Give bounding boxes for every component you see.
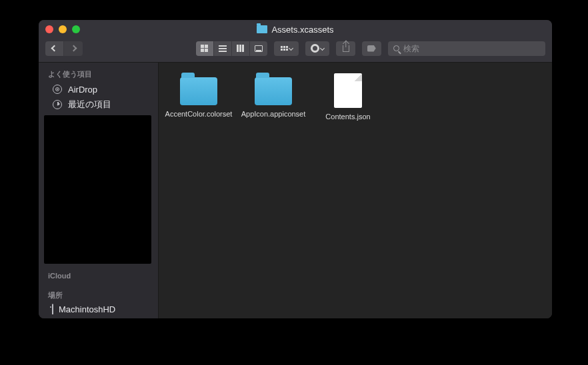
finder-window: Assets.xcassets [39,20,552,318]
view-columns-button[interactable] [232,41,250,56]
close-button[interactable] [45,25,53,33]
share-icon [343,45,349,52]
back-button[interactable] [45,41,64,56]
minimize-button[interactable] [59,25,67,33]
action-menu-button[interactable] [305,41,329,56]
sidebar-item-label: 最近の項目 [68,99,111,111]
folder-icon [257,25,267,33]
group-by-button[interactable] [274,41,298,56]
sidebar-item-label: AirDrop [68,85,97,95]
list-icon [219,45,227,52]
group-icon [281,46,288,51]
view-mode-group [196,41,267,56]
sidebar-item-disk[interactable]: MachintoshHD [39,303,158,314]
window-title-text: Assets.xcassets [271,25,333,35]
gallery-icon [255,45,263,52]
search-icon [393,45,399,51]
chevron-down-icon [320,46,325,51]
tag-icon [367,45,376,52]
file-item[interactable]: AppIcon.appiconset [239,72,308,119]
titlebar[interactable]: Assets.xcassets [39,20,552,39]
sidebar-item-airdrop[interactable]: AirDrop [39,82,158,97]
gear-icon [311,44,319,53]
traffic-lights [45,25,80,33]
document-icon [334,73,362,108]
chevron-right-icon [70,45,77,52]
columns-icon [237,45,244,52]
sidebar: よく使う項目 AirDrop 最近の項目 iCloud 場所 Machintos… [39,63,159,318]
airdrop-icon [52,84,63,95]
tags-button[interactable] [362,41,381,56]
chevron-left-icon [51,45,58,52]
content-area[interactable]: AccentColor.colorset AppIcon.appiconset … [159,63,552,318]
forward-button[interactable] [64,41,83,56]
sidebar-preview [44,115,151,264]
sidebar-header-icloud: iCloud [39,269,158,282]
file-item-label: AppIcon.appiconset [241,109,306,119]
file-item-label: AccentColor.colorset [165,109,233,119]
folder-icon [180,77,217,105]
sidebar-header-locations: 場所 [39,288,158,303]
clock-icon [52,99,63,110]
file-item[interactable]: Contents.json [313,72,383,122]
toolbar [39,39,552,63]
sidebar-item-label: MachintoshHD [59,304,115,314]
sidebar-item-recents[interactable]: 最近の項目 [39,97,158,113]
share-button[interactable] [336,41,355,56]
disk-icon [52,304,53,314]
search-field[interactable] [388,41,545,56]
grid-icon [201,45,208,52]
zoom-button[interactable] [72,25,80,33]
file-item[interactable]: AccentColor.colorset [164,72,233,119]
sidebar-header-favorites: よく使う項目 [39,67,158,82]
folder-icon [255,77,292,105]
window-body: よく使う項目 AirDrop 最近の項目 iCloud 場所 Machintos… [39,63,552,318]
chevron-down-icon [288,46,293,51]
nav-buttons [45,41,83,56]
search-input[interactable] [403,44,540,53]
view-gallery-button[interactable] [250,41,268,56]
view-icons-button[interactable] [196,41,214,56]
view-list-button[interactable] [214,41,232,56]
file-item-label: Contents.json [325,112,370,122]
window-title: Assets.xcassets [257,25,333,35]
